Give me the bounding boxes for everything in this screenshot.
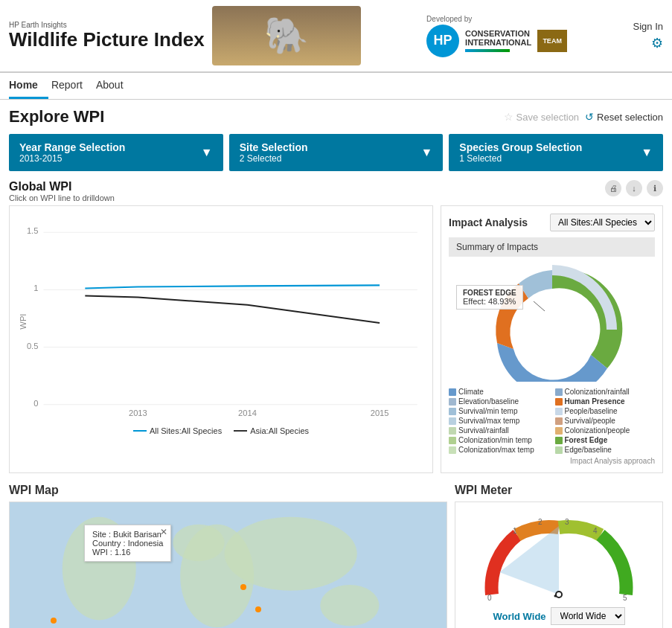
reset-icon: ↺ (585, 111, 594, 123)
nav-item-about[interactable]: About (96, 73, 134, 99)
partner-logos: Developed by HP CONSERVATION INTERNATION… (361, 15, 633, 57)
explore-actions: ☆ Save selection ↺ Reset selection (504, 111, 663, 123)
map-tooltip-close[interactable]: ✕ (160, 527, 167, 537)
species-value: 1 Selected (459, 153, 582, 164)
nav-item-home[interactable]: Home (9, 73, 48, 99)
legend-all-sites-label: All Sites:All Species (150, 426, 222, 435)
legend-label-elevation: Elevation/baseline (458, 397, 519, 406)
year-chevron-icon: ▼ (201, 146, 213, 159)
legend-label-surv-min: Survival/min temp (458, 407, 517, 415)
map-dot-2[interactable] (255, 606, 261, 612)
legend-asia-label: Asia:All Species (250, 426, 309, 435)
gear-icon[interactable]: ⚙ (651, 36, 663, 51)
impact-dropdown[interactable]: All Sites:All Species (550, 214, 655, 231)
explore-bar: Explore WPI ☆ Save selection ↺ Reset sel… (9, 107, 663, 126)
svg-point-16 (173, 525, 224, 562)
legend-human-presence: Human Presence (555, 397, 656, 406)
svg-point-18 (320, 585, 379, 626)
legend-dot-col-min (449, 437, 456, 444)
developed-by-text: Developed by (426, 15, 567, 23)
species-group-selection[interactable]: Species Group Selection 1 Selected ▼ (449, 134, 663, 171)
legend-dot-elevation (449, 398, 456, 406)
svg-text:0: 0 (487, 594, 492, 602)
legend-label-surv-max: Survival/max temp (458, 417, 519, 425)
legend-survival-min: Survival/min temp (449, 407, 549, 415)
legend-label-climate: Climate (458, 388, 484, 396)
legend-label-forest: Forest Edge (565, 436, 608, 444)
svg-text:2013: 2013 (129, 408, 147, 417)
legend-dot-surv-people (555, 417, 563, 425)
legend-colonization-min: Colonization/min temp (449, 436, 549, 444)
legend-dot-surv-min (449, 408, 456, 415)
hp-logo: HP (426, 25, 459, 57)
legend-label-people: People/baseline (565, 407, 618, 415)
charts-row: 1.5 1 0.5 0 WPI 2013 2014 2015 (9, 205, 663, 473)
svg-text:0: 0 (33, 399, 38, 408)
legend-label-surv-rain: Survival/rainfall (458, 426, 509, 435)
map-dot-3[interactable] (51, 618, 57, 624)
site-selection[interactable]: Site Selection 2 Selected ▼ (229, 134, 444, 171)
site-label: Site Selection (240, 141, 308, 153)
chart-icon-info[interactable]: ℹ (647, 180, 663, 196)
legend-dot-people (555, 408, 563, 415)
map-svg (10, 502, 447, 628)
map-dot-1[interactable] (240, 584, 246, 590)
donut-tooltip: FOREST EDGE Effect: 48.93% (456, 285, 523, 310)
legend-dot-edge (555, 446, 563, 454)
chart-icon-print[interactable]: 🖨 (605, 180, 621, 196)
main-content: Explore WPI ☆ Save selection ↺ Reset sel… (0, 100, 672, 628)
ci-logo: CONSERVATION INTERNATIONAL (465, 29, 531, 52)
legend-dot-col-max (449, 446, 456, 454)
reset-selection-button[interactable]: ↺ Reset selection (585, 111, 663, 123)
legend-label-surv-people: Survival/people (565, 417, 615, 425)
line-chart-container: 1.5 1 0.5 0 WPI 2013 2014 2015 (9, 205, 433, 473)
legend-dot-climate (449, 388, 456, 396)
year-range-value: 2013-2015 (19, 153, 125, 164)
svg-point-17 (225, 517, 357, 591)
legend-dot-human (555, 398, 563, 406)
species-label: Species Group Selection (459, 141, 582, 153)
species-content: Species Group Selection 1 Selected (459, 141, 582, 164)
legend-all-sites: All Sites:All Species (133, 426, 222, 435)
year-range-selection[interactable]: Year Range Selection 2013-2015 ▼ (9, 134, 223, 171)
svg-text:2014: 2014 (238, 408, 257, 417)
meter-location-select[interactable]: World Wide (551, 607, 625, 625)
svg-text:1: 1 (513, 527, 517, 535)
impact-title: Impact Analysis (449, 217, 528, 228)
legend-asia: Asia:All Species (234, 426, 309, 435)
impact-header: Impact Analysis All Sites:All Species (449, 214, 655, 231)
meter-container: 0 1 2 3 4 5 World Wide (455, 502, 663, 628)
legend-dot-col-people (555, 427, 563, 435)
header-right: Sign In ⚙ (633, 21, 663, 51)
wpi-map-title: WPI Map (9, 484, 447, 497)
tooltip-country: Country : Indonesia (92, 539, 163, 548)
legend-dot-surv-max (449, 417, 456, 425)
legend-colonization-rainfall: Colonization/rainfall (555, 388, 656, 396)
chart-icon-download[interactable]: ↓ (626, 180, 642, 196)
svg-text:2015: 2015 (371, 408, 389, 417)
save-selection-button[interactable]: ☆ Save selection (504, 111, 580, 123)
year-range-content: Year Range Selection 2013-2015 (19, 141, 125, 164)
save-label: Save selection (516, 112, 580, 123)
global-wpi-title: Global WPI (9, 180, 115, 193)
bottom-row: WPI Map ✕ (9, 484, 663, 628)
summary-bar: Summary of Impacts (449, 237, 655, 257)
site-value: 2 Selected (240, 153, 308, 164)
global-wpi-header: Global WPI Click on WPI line to drilldow… (9, 180, 663, 202)
sign-in-link[interactable]: Sign In (633, 21, 663, 32)
wpi-meter-section: WPI Meter 0 1 2 3 4 (455, 484, 663, 628)
nav-item-report[interactable]: Report (51, 73, 93, 99)
site-content: Site Selection 2 Selected (240, 141, 308, 164)
map-container: ✕ Site : Bukit Barisan Country : Indones… (9, 502, 447, 628)
svg-point-12 (522, 300, 582, 359)
legend-label-human: Human Presence (565, 397, 625, 406)
chart-area: 1.5 1 0.5 0 WPI 2013 2014 2015 (17, 214, 425, 422)
donut-tooltip-title: FOREST EDGE (463, 289, 516, 297)
legend-survival-max: Survival/max temp (449, 417, 549, 425)
legend-survival-rainfall: Survival/rainfall (449, 426, 549, 435)
legend-edge-baseline: Edge/baseline (555, 446, 656, 454)
map-tooltip: ✕ Site : Bukit Barisan Country : Indones… (84, 525, 171, 562)
ci-name-line1: CONSERVATION (465, 29, 531, 38)
tooltip-wpi: WPI : 1.16 (92, 548, 163, 557)
svg-text:4: 4 (593, 527, 598, 535)
